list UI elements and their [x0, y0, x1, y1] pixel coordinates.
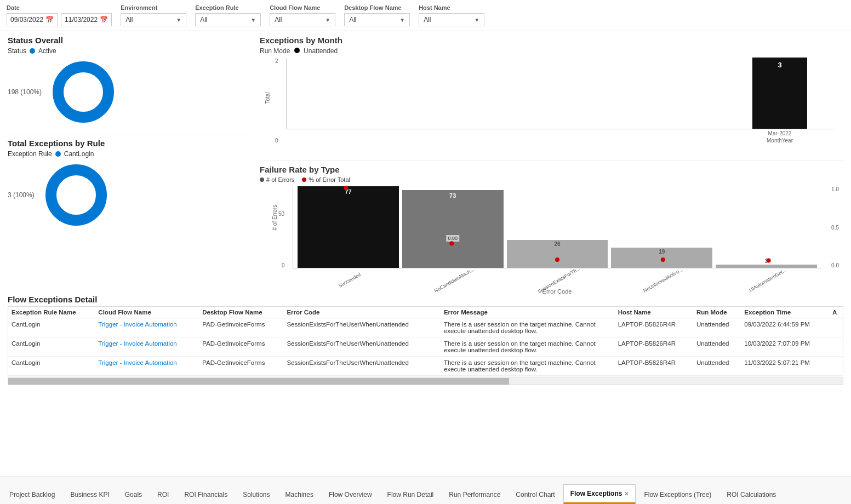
- run-mode-label: Run Mode: [260, 47, 290, 55]
- scrollbar-thumb: [8, 378, 509, 385]
- status-donut-container: 198 (100%): [8, 55, 249, 129]
- host-name-filter-group: Host Name All ▼: [419, 4, 484, 26]
- month-bar-value: 3: [778, 61, 781, 69]
- cell-cloud-flow[interactable]: Trigger - Invoice Automation: [95, 337, 199, 357]
- horizontal-scrollbar[interactable]: [8, 377, 843, 385]
- cell-error-message: There is a user session on the target ma…: [441, 318, 615, 337]
- cell-a: [829, 337, 843, 357]
- cell-cloud-flow[interactable]: Trigger - Invoice Automation: [95, 318, 199, 337]
- percent-legend-dot: [302, 177, 306, 182]
- date-end-input[interactable]: 11/03/2022 📅: [61, 13, 112, 26]
- bar-nounlocked: 19 NoUnlockedActive...: [611, 186, 712, 268]
- cell-host-name: LAPTOP-B5826R4R: [615, 357, 693, 376]
- cell-exception-rule: CantLogin: [8, 318, 95, 337]
- failure-rate-section: Failure Rate by Type # of Errors % of Er…: [260, 161, 843, 268]
- desktop-flow-dropdown[interactable]: All ▼: [344, 13, 410, 26]
- cell-a: [829, 318, 843, 337]
- desktop-flow-label: Desktop Flow Name: [344, 4, 410, 11]
- cell-exception-rule: CantLogin: [8, 357, 95, 376]
- cell-error-code: SessionExistsForTheUserWhenUnattended: [283, 337, 441, 357]
- cell-error-code: SessionExistsForTheUserWhenUnattended: [283, 357, 441, 376]
- date-start-value: 09/03/2022: [10, 16, 43, 24]
- bar-nocandidatemach-value: 73: [449, 192, 456, 199]
- status-overall-title: Status Overall: [8, 36, 249, 45]
- cloud-flow-label: Cloud Flow Name: [270, 4, 335, 11]
- svg-point-1: [69, 78, 98, 106]
- right-charts-column: Exceptions by Month Run Mode Unattended …: [260, 36, 843, 290]
- legend-errors: # of Errors: [260, 176, 294, 183]
- table-row[interactable]: CantLogin Trigger - Invoice Automation P…: [8, 337, 843, 357]
- chevron-down-icon: ▼: [176, 17, 181, 23]
- month-bar-month: Mar-2022: [752, 130, 807, 136]
- cloud-flow-filter-group: Cloud Flow Name All ▼: [270, 4, 335, 26]
- cell-host-name: LAPTOP-B5826R4R: [615, 318, 693, 337]
- calendar-start-icon: 📅: [45, 16, 54, 24]
- x-tick-mar2022: Mar-2022 MonthYear: [752, 130, 807, 144]
- cell-run-mode: Unattended: [693, 357, 741, 376]
- status-donut-label: 198 (100%): [8, 88, 42, 96]
- calendar-end-icon: 📅: [100, 16, 108, 24]
- col-desktop-flow: Desktop Flow Name: [199, 307, 283, 318]
- environment-dropdown[interactable]: All ▼: [121, 13, 186, 26]
- bar-succeeded: 77 Succeeded: [298, 186, 399, 268]
- date-end-value: 11/03/2022: [65, 16, 98, 24]
- table-row[interactable]: CantLogin Trigger - Invoice Automation P…: [8, 318, 843, 337]
- bar-uiautomation: 3 UIAutomationGet...: [716, 186, 817, 268]
- desktop-flow-filter-group: Desktop Flow Name All ▼: [344, 4, 410, 26]
- bar-nocandidatemach: 73 0.00 NoCandidateMach...: [402, 186, 504, 268]
- y-tick-50: 50: [278, 211, 284, 217]
- cell-desktop-flow: PAD-GetInvoiceForms: [199, 318, 283, 337]
- exceptions-rule-title: Total Exceptions by Rule: [8, 139, 249, 148]
- cloud-flow-dropdown[interactable]: All ▼: [270, 13, 335, 26]
- col-error-code: Error Code: [283, 307, 441, 318]
- cell-error-message: There is a user session on the target ma…: [441, 357, 615, 376]
- cell-exception-rule: CantLogin: [8, 337, 95, 357]
- failure-rate-title: Failure Rate by Type: [260, 165, 843, 174]
- chevron-down-icon: ▼: [250, 17, 256, 23]
- chevron-down-icon: ▼: [325, 17, 330, 23]
- right-y-axis: 1.0 0.5 0.0: [831, 186, 839, 268]
- rule-donut-container: 3 (100%): [8, 158, 249, 232]
- rule-label: Exception Rule: [8, 150, 52, 158]
- cell-host-name: LAPTOP-B5826R4R: [615, 337, 693, 357]
- table-row[interactable]: CantLogin Trigger - Invoice Automation P…: [8, 357, 843, 376]
- right-y-05: 0.5: [831, 225, 839, 231]
- bar-nounlocked-value: 19: [659, 249, 665, 255]
- x-axis-monthyear: MonthYear: [752, 138, 807, 144]
- date-filter-group: Date 09/03/2022 📅 11/03/2022 📅: [7, 4, 112, 26]
- cloud-flow-value: All: [275, 16, 282, 24]
- cell-desktop-flow: PAD-GetInvoiceForms: [199, 337, 283, 357]
- exception-rule-value: All: [200, 16, 207, 24]
- col-exception-time: Exception Time: [741, 307, 829, 318]
- cell-desktop-flow: PAD-GetInvoiceForms: [199, 357, 283, 376]
- bar-sessionexists: 26 SessionExistsForTh...: [507, 186, 608, 268]
- environment-filter-group: Environment All ▼: [121, 4, 186, 26]
- failure-y-label: # of Errors: [272, 205, 278, 231]
- rule-dot: [55, 151, 61, 157]
- exception-rule-label: Exception Rule: [195, 4, 261, 11]
- bar-sessionexists-value: 26: [554, 241, 560, 247]
- exceptions-by-month-section: Exceptions by Month Run Mode Unattended …: [260, 36, 843, 161]
- col-host-name: Host Name: [615, 307, 693, 318]
- host-name-label: Host Name: [419, 4, 484, 11]
- flow-exceptions-detail-section: Flow Exceptions Detail Exception Rule Na…: [8, 295, 843, 385]
- y-tick-2: 2: [275, 58, 278, 64]
- chevron-down-icon: ▼: [399, 17, 405, 23]
- col-error-message: Error Message: [441, 307, 615, 318]
- cell-cloud-flow[interactable]: Trigger - Invoice Automation: [95, 357, 199, 376]
- host-name-dropdown[interactable]: All ▼: [419, 13, 484, 26]
- flow-exceptions-table-wrapper[interactable]: Exception Rule Name Cloud Flow Name Desk…: [8, 306, 843, 376]
- cell-a: [829, 357, 843, 376]
- cell-exception-time: 09/03/2022 6:44:59 PM: [741, 318, 829, 337]
- status-overall-section: Status Overall Status Active 198 (100%): [8, 36, 249, 134]
- date-start-input[interactable]: 09/03/2022 📅: [7, 13, 58, 26]
- environment-value: All: [125, 16, 133, 24]
- legend-percent: % of Error Total: [302, 176, 350, 183]
- exception-rule-dropdown[interactable]: All ▼: [195, 13, 261, 26]
- flow-exceptions-table: Exception Rule Name Cloud Flow Name Desk…: [8, 307, 843, 376]
- right-y-1: 1.0: [831, 186, 839, 192]
- errors-legend-dot: [260, 177, 264, 182]
- right-y-0: 0.0: [831, 262, 839, 268]
- status-label: Status: [8, 47, 26, 55]
- month-bar: 3: [752, 58, 807, 129]
